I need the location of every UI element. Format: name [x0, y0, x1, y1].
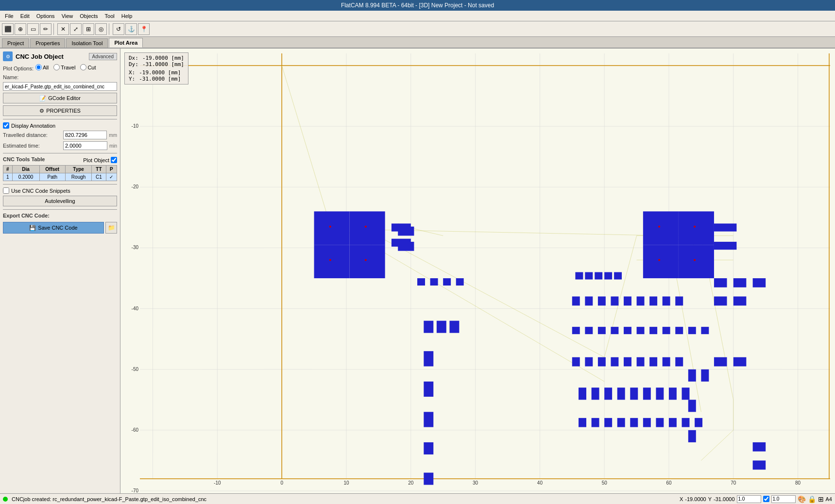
folder-icon: 📁 [108, 224, 115, 231]
name-label: Name: [3, 74, 32, 80]
x-coord-value: -19.0000 [685, 496, 706, 502]
status-led [3, 497, 8, 502]
cell-tt: C1 [92, 173, 106, 181]
plot-options-label: Plot Options: [3, 66, 34, 71]
paper-label: A4 [826, 496, 832, 502]
export-label-row: Export CNC Code: [3, 213, 117, 220]
dy-label: Dy: [129, 61, 138, 67]
plot-area: Dx: -19.0000 [mm] Dy: -31.0000 [mm] X: -… [120, 49, 835, 493]
plot-canvas [120, 49, 835, 493]
zoom-input[interactable] [737, 495, 761, 503]
status-checkbox[interactable] [763, 496, 769, 502]
toolbar-draw-btn[interactable]: ✏ [40, 23, 51, 35]
menu-bar: File Edit Options View Objects Tool Help [0, 11, 835, 21]
toolbar-circle-btn[interactable]: ◎ [95, 23, 107, 35]
tab-isolation-tool[interactable]: Isolation Tool [66, 38, 108, 48]
menu-file[interactable]: File [2, 12, 17, 20]
tools-table-label: CNC Tools Table [3, 156, 45, 162]
dx-label: Dx: [129, 55, 138, 61]
col-offset: Offset [39, 166, 65, 173]
name-input[interactable] [3, 82, 117, 91]
display-annotation-checkbox[interactable] [3, 122, 9, 129]
snippets-checkbox[interactable] [3, 187, 9, 194]
toolbar-sep2 [109, 23, 111, 35]
radio-all[interactable]: All [35, 64, 49, 70]
y-coord-label: Y [708, 496, 712, 502]
radio-cut[interactable]: Cut [80, 64, 96, 70]
toolbar-anchor-btn[interactable]: ⚓ [125, 23, 137, 35]
autolevelling-button[interactable]: Autolevelling [3, 196, 117, 206]
units-input[interactable] [771, 495, 796, 503]
props-icon: ⚙ [39, 108, 44, 114]
divider4 [3, 209, 117, 210]
cell-type: Rough [65, 173, 91, 181]
travelled-unit: mm [109, 133, 117, 138]
save-cnc-button[interactable]: 💾 Save CNC Code [3, 222, 104, 234]
radio-cut-input[interactable] [80, 64, 86, 70]
divider3 [3, 184, 117, 185]
plot-object-label: Plot Object [83, 157, 109, 163]
col-dia: Dia [12, 166, 39, 173]
estimated-input[interactable] [63, 141, 107, 150]
travelled-label: Travelled distance: [3, 132, 61, 138]
estimated-unit: min [109, 143, 117, 149]
cell-p: ✓ [106, 173, 117, 181]
toolbar-rect-btn[interactable]: ▭ [27, 23, 39, 35]
dx-value: -19.0000 [mm] [142, 55, 184, 61]
tab-properties[interactable]: Properties [30, 38, 65, 48]
status-coords: X -19.0000 Y -31.0000 🎨 🔒 ⊞ A4 [680, 495, 832, 503]
toolbar-new-btn[interactable]: ⬛ [2, 23, 14, 35]
cnc-tools-table: # Dia Offset Type TT P 1 0.2000 Path Rou… [3, 165, 117, 181]
gcode-editor-button[interactable]: 📝 GCode Editor [3, 93, 117, 103]
toolbar-sep1 [53, 23, 55, 35]
menu-view[interactable]: View [59, 12, 76, 20]
cell-offset: Path [39, 173, 65, 181]
dy-value: -31.0000 [mm] [142, 61, 184, 67]
radio-group: All Travel Cut [35, 64, 96, 70]
tab-bar: Project Properties Isolation Tool Plot A… [0, 37, 835, 49]
toolbar-rotate-btn[interactable]: ↺ [113, 23, 124, 35]
snippets-label: Use CNC Code Snippets [11, 188, 70, 194]
radio-travel[interactable]: Travel [53, 64, 75, 70]
toolbar: ⬛ ⊕ ▭ ✏ ✕ ⤢ ⊞ ◎ ↺ ⚓ 📍 [0, 21, 835, 37]
col-num: # [3, 166, 13, 173]
toolbar-fit-btn[interactable]: ⊞ [83, 23, 94, 35]
radio-all-input[interactable] [35, 64, 42, 70]
properties-button[interactable]: ⚙ PROPERTIES [3, 105, 117, 116]
menu-edit[interactable]: Edit [17, 12, 33, 20]
x-coord-label: X [680, 496, 683, 502]
x-label: X: [129, 69, 135, 76]
toolbar-pin-btn[interactable]: 📍 [138, 23, 150, 35]
y-coord-value: -31.0000 [714, 496, 734, 502]
menu-tool[interactable]: Tool [102, 12, 118, 20]
tab-project[interactable]: Project [2, 38, 29, 48]
estimated-row: Estimated time: min [3, 141, 117, 150]
menu-objects[interactable]: Objects [77, 12, 101, 20]
col-type: Type [65, 166, 91, 173]
y-label: Y: [129, 76, 135, 82]
left-panel: ⚙ CNC Job Object Advanced Plot Options: … [0, 49, 120, 493]
x-value: -19.0000 [mm] [139, 69, 181, 76]
panel-title: CNC Job Object [16, 53, 64, 60]
menu-options[interactable]: Options [34, 12, 58, 20]
display-annotation-label: Display Annotation [11, 123, 55, 129]
display-annotation-row: Display Annotation [3, 122, 117, 129]
toolbar-cut-btn[interactable]: ✕ [57, 23, 69, 35]
export-label: Export CNC Code: [3, 213, 50, 218]
gcode-icon: 📝 [39, 95, 46, 101]
plot-object-checkbox[interactable] [111, 157, 117, 163]
menu-help[interactable]: Help [119, 12, 136, 20]
travelled-input[interactable] [63, 131, 107, 139]
tab-plot-area[interactable]: Plot Area [109, 38, 143, 48]
save-icon: 💾 [29, 225, 36, 231]
toolbar-add-btn[interactable]: ⊕ [15, 23, 26, 35]
table-row[interactable]: 1 0.2000 Path Rough C1 ✓ [3, 173, 117, 181]
title-text: FlatCAM 8.994 BETA - 64bit - [3D] New Pr… [341, 2, 494, 9]
y-value: -31.0000 [mm] [139, 76, 181, 82]
radio-travel-input[interactable] [53, 64, 60, 70]
col-p: P [106, 166, 117, 173]
advanced-button[interactable]: Advanced [89, 53, 117, 60]
save-extra-button[interactable]: 📁 [105, 222, 117, 234]
toolbar-expand-btn[interactable]: ⤢ [70, 23, 82, 35]
save-row: 💾 Save CNC Code 📁 [3, 222, 117, 234]
